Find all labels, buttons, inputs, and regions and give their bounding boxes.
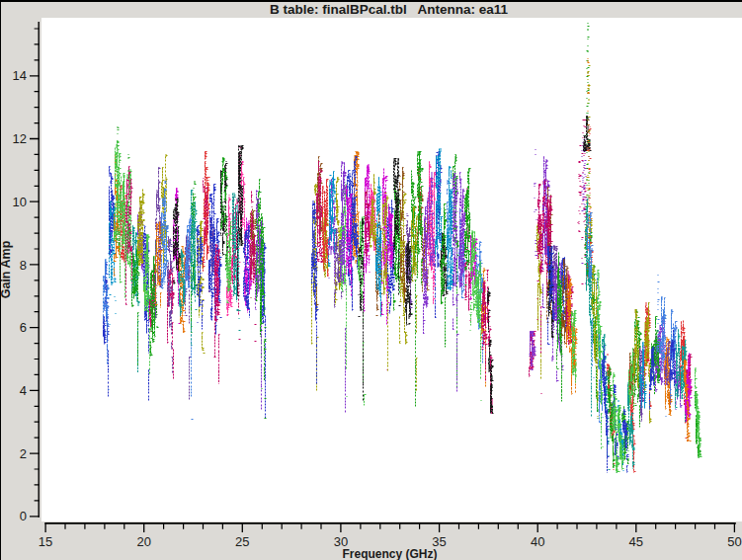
svg-text:B table: finalBPcal.tbl Ante: B table: finalBPcal.tbl Antenna: ea11 [270, 2, 509, 17]
svg-text:20: 20 [136, 534, 150, 549]
svg-text:Gain Amp: Gain Amp [0, 240, 13, 298]
svg-text:45: 45 [629, 534, 643, 549]
svg-text:40: 40 [531, 534, 544, 549]
svg-text:0: 0 [20, 509, 27, 523]
svg-text:8: 8 [20, 258, 27, 273]
svg-text:10: 10 [13, 195, 27, 209]
svg-text:4: 4 [20, 383, 27, 398]
svg-text:15: 15 [39, 534, 52, 549]
svg-text:14: 14 [13, 68, 27, 83]
svg-text:25: 25 [235, 534, 249, 549]
svg-text:2: 2 [20, 446, 27, 461]
svg-text:Frequency (GHz): Frequency (GHz) [342, 547, 437, 560]
svg-text:6: 6 [20, 320, 27, 335]
svg-text:50: 50 [727, 534, 741, 549]
svg-text:12: 12 [13, 131, 27, 146]
